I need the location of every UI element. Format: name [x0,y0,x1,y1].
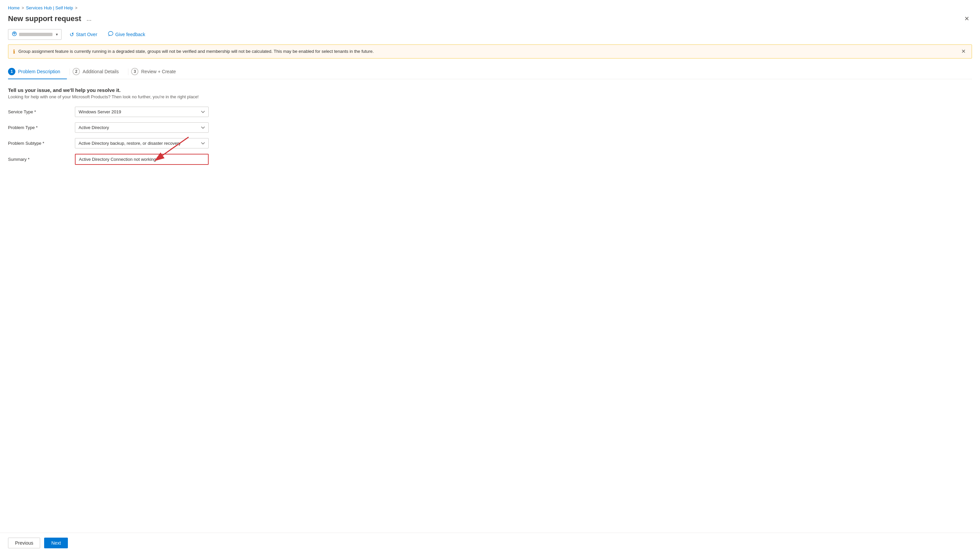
chevron-down-icon: ▾ [56,32,58,37]
toolbar: ▾ ↺ Start Over Give feedback [8,29,972,40]
refresh-icon: ↺ [70,32,74,38]
start-over-label: Start Over [76,32,97,37]
breadcrumb-sep2: > [75,6,77,10]
scope-icon [12,31,17,38]
step-review-create[interactable]: 3 Review + Create [131,65,183,79]
problem-subtype-control: Active Directory backup, restore, or dis… [75,138,208,148]
title-left: New support request ... [8,14,94,23]
steps-row: 1 Problem Description 2 Additional Detai… [8,65,972,79]
next-button[interactable]: Next [44,538,68,548]
summary-row: Summary * [8,154,972,165]
breadcrumb-services[interactable]: Services Hub | Self Help [26,5,73,10]
feedback-icon [108,31,113,38]
problem-type-control: Active Directory [75,122,208,133]
step-additional-details[interactable]: 2 Additional Details [73,65,126,79]
breadcrumb-sep1: > [22,6,24,10]
give-feedback-button[interactable]: Give feedback [105,29,148,40]
step-label-3: Review + Create [141,69,176,74]
page-title: New support request [8,14,81,23]
service-type-row: Service Type * Windows Server 2019 [8,106,972,117]
degraded-state-banner: ℹ Group assignment feature is currently … [8,44,972,59]
service-type-label: Service Type * [8,109,75,114]
step-divider-1 [70,68,70,75]
breadcrumb-home[interactable]: Home [8,5,20,10]
scope-selector-bar [19,33,52,36]
form-heading: Tell us your issue, and we'll help you r… [8,87,972,93]
problem-subtype-label: Problem Subtype * [8,141,75,146]
give-feedback-label: Give feedback [115,32,145,37]
problem-subtype-row: Problem Subtype * Active Directory backu… [8,138,972,148]
form-subheading: Looking for help with one of your Micros… [8,94,972,99]
step-num-2: 2 [73,68,80,75]
step-label-2: Additional Details [83,69,119,74]
breadcrumb: Home > Services Hub | Self Help > [8,5,972,10]
bottom-bar: Previous Next [0,532,980,553]
summary-label: Summary * [8,157,75,162]
banner-text: Group assignment feature is currently ru… [18,48,956,55]
summary-input[interactable] [75,154,208,165]
close-button[interactable]: ✕ [962,14,972,24]
warning-icon: ℹ [13,48,15,55]
problem-subtype-select[interactable]: Active Directory backup, restore, or dis… [75,138,208,148]
problem-type-select[interactable]: Active Directory [75,122,208,133]
problem-type-label: Problem Type * [8,125,75,130]
step-num-1: 1 [8,68,15,75]
scope-selector[interactable]: ▾ [8,29,62,40]
start-over-button[interactable]: ↺ Start Over [67,30,100,40]
title-row: New support request ... ✕ [8,14,972,24]
banner-close-button[interactable]: ✕ [960,48,967,54]
more-options-icon[interactable]: ... [84,15,94,23]
step-label-1: Problem Description [18,69,60,74]
step-num-3: 3 [131,68,138,75]
problem-type-row: Problem Type * Active Directory [8,122,972,133]
previous-button[interactable]: Previous [8,538,40,548]
step-problem-description[interactable]: 1 Problem Description [8,65,67,79]
service-type-control: Windows Server 2019 [75,106,208,117]
summary-control [75,154,208,165]
service-type-select[interactable]: Windows Server 2019 [75,106,208,117]
